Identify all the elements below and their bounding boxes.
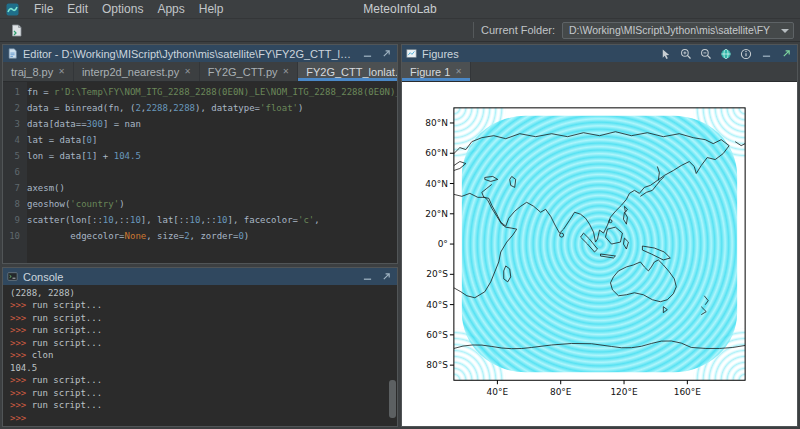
zoom-in-icon[interactable] bbox=[679, 47, 693, 60]
console-text: run script... bbox=[32, 338, 102, 348]
identify-info-icon[interactable] bbox=[739, 47, 753, 60]
y-tick-label: 20°N bbox=[425, 209, 448, 219]
menu-file[interactable]: File bbox=[27, 1, 60, 17]
console-text: run script... bbox=[32, 325, 102, 335]
code-line[interactable]: 3data[data==300] = nan bbox=[3, 116, 397, 132]
tab-close-icon[interactable]: ✕ bbox=[184, 68, 191, 76]
editor-tab-FY2G_CTT.py[interactable]: FY2G_CTT.py✕ bbox=[200, 62, 298, 81]
console-scrollbar[interactable] bbox=[388, 285, 396, 426]
figures-panel-header[interactable]: Figures bbox=[402, 45, 797, 62]
menu-options[interactable]: Options bbox=[95, 1, 150, 17]
current-folder-group: Current Folder: D:\Working\MIScript\Jyth… bbox=[473, 22, 794, 39]
code-line[interactable]: 7axesm() bbox=[3, 180, 397, 196]
editor-icon bbox=[7, 48, 18, 59]
console-line: >>> run script... bbox=[10, 299, 397, 312]
tab-label: traj_8.py bbox=[11, 66, 53, 78]
y-tick-label: 40°S bbox=[426, 300, 448, 310]
code-text: edgecolor=None, size=2, zorder=0) bbox=[27, 228, 249, 244]
line-number: 3 bbox=[3, 116, 27, 132]
code-line[interactable]: 6 bbox=[3, 164, 397, 180]
code-text: data = binread(fn, (2,2288,2288), dataty… bbox=[27, 100, 303, 116]
menu-items: FileEditOptionsAppsHelp bbox=[27, 1, 230, 17]
figure-1-tab[interactable]: Figure 1 ✕ bbox=[402, 62, 471, 81]
console-panel-header[interactable]: Console bbox=[3, 268, 397, 285]
editor-tab-FY2G_CTT_lonlat.py[interactable]: FY2G_CTT_lonlat.py✕ bbox=[298, 62, 397, 81]
editor-panel-title: Editor - D:\Working\MIScript\Jython\mis\… bbox=[23, 48, 355, 60]
line-number: 4 bbox=[3, 132, 27, 148]
editor-tab-traj_8.py[interactable]: traj_8.py✕ bbox=[3, 62, 74, 81]
figures-float-icon[interactable] bbox=[779, 47, 793, 60]
console-text: run script... bbox=[32, 388, 102, 398]
console-minimize-icon[interactable] bbox=[360, 270, 374, 283]
console-text: run script... bbox=[32, 375, 102, 385]
full-extent-globe-icon[interactable] bbox=[719, 47, 733, 60]
code-line[interactable]: 1fn = r'D:\Temp\FY\NOM_ITG_2288_2288(0E0… bbox=[3, 84, 397, 100]
code-line[interactable]: 4lat = data[0] bbox=[3, 132, 397, 148]
menu-edit[interactable]: Edit bbox=[60, 1, 95, 17]
toolbar-separator bbox=[473, 22, 474, 38]
code-text: fn = r'D:\Temp\FY\NOM_ITG_2288_2288(0E0N… bbox=[27, 84, 397, 100]
console-line: >>> run script... bbox=[10, 337, 397, 350]
code-line[interactable]: 2data = binread(fn, (2,2288,2288), datat… bbox=[3, 100, 397, 116]
tab-close-icon[interactable]: ✕ bbox=[283, 68, 290, 76]
code-area[interactable]: 1fn = r'D:\Temp\FY\NOM_ITG_2288_2288(0E0… bbox=[3, 82, 397, 263]
console-text: clon bbox=[32, 350, 54, 360]
console-prompt: >>> bbox=[10, 300, 32, 310]
window-title: MeteoInfoLab bbox=[363, 2, 436, 16]
main-toolbar: Current Folder: D:\Working\MIScript\Jyth… bbox=[0, 19, 800, 42]
y-tick-label: 80°S bbox=[426, 360, 448, 370]
console-scrollbar-thumb[interactable] bbox=[389, 380, 396, 418]
menu-apps[interactable]: Apps bbox=[150, 1, 191, 17]
console-panel: Console >>> lon.shape(2288, 2288)>>> run… bbox=[2, 267, 398, 427]
console-line: >>> run script... bbox=[10, 312, 397, 325]
console-text: run script... bbox=[32, 313, 102, 323]
x-tick-label: 40°E bbox=[487, 387, 509, 397]
console-line: 104.5 bbox=[10, 362, 397, 375]
open-script-button[interactable] bbox=[6, 21, 26, 40]
current-folder-combobox[interactable]: D:\Working\MIScript\Jython\mis\satellite… bbox=[562, 22, 794, 39]
tab-label: FY2G_CTT_lonlat.py bbox=[306, 66, 397, 78]
console-line: >>> run script... bbox=[10, 399, 397, 412]
code-line[interactable]: 5lon = data[1] + 104.5 bbox=[3, 148, 397, 164]
code-text: lat = data[0] bbox=[27, 132, 97, 148]
console-line: >>> run script... bbox=[10, 374, 397, 387]
line-number: 6 bbox=[3, 164, 27, 180]
console-prompt: >>> bbox=[10, 375, 32, 385]
figure-canvas[interactable]: 80°N60°N40°N20°N0°20°S40°S60°S80°S40°E80… bbox=[402, 82, 797, 426]
console-icon bbox=[7, 271, 18, 282]
menu-bar: FileEditOptionsAppsHelp MeteoInfoLab bbox=[0, 0, 800, 19]
tab-label: FY2G_CTT.py bbox=[208, 66, 278, 78]
line-number: 8 bbox=[3, 196, 27, 212]
code-text: geoshow('country') bbox=[27, 196, 125, 212]
console-float-icon[interactable] bbox=[379, 270, 393, 283]
console-output[interactable]: >>> lon.shape(2288, 2288)>>> run script.… bbox=[3, 285, 397, 426]
code-text: axesm() bbox=[27, 180, 65, 196]
console-text: run script... bbox=[32, 300, 102, 310]
menu-help[interactable]: Help bbox=[192, 1, 231, 17]
figures-panel: Figures bbox=[401, 44, 798, 427]
current-folder-label: Current Folder: bbox=[481, 24, 555, 36]
code-line[interactable]: 10 edgecolor=None, size=2, zorder=0) bbox=[3, 228, 397, 244]
map-plot[interactable]: 80°N60°N40°N20°N0°20°S40°S60°S80°S40°E80… bbox=[402, 82, 797, 426]
figures-tabbar: Figure 1 ✕ bbox=[402, 62, 797, 82]
editor-tab-interp2d_nearest.py[interactable]: interp2d_nearest.py✕ bbox=[74, 62, 200, 81]
code-line[interactable]: 8geoshow('country') bbox=[3, 196, 397, 212]
editor-minimize-icon[interactable] bbox=[360, 47, 374, 60]
pointer-icon[interactable] bbox=[659, 47, 673, 60]
editor-panel-header[interactable]: Editor - D:\Working\MIScript\Jython\mis\… bbox=[3, 45, 397, 62]
console-prompt: >>> bbox=[10, 338, 32, 348]
console-text: run script... bbox=[32, 400, 102, 410]
line-number: 9 bbox=[3, 212, 27, 228]
console-prompt: >>> bbox=[10, 413, 26, 423]
combo-dropdown-icon[interactable] bbox=[781, 29, 789, 33]
code-line[interactable]: 9scatter(lon[::10,::10], lat[::10,::10],… bbox=[3, 212, 397, 228]
editor-float-icon[interactable] bbox=[379, 47, 393, 60]
console-line: >>> run script... bbox=[10, 387, 397, 400]
zoom-out-icon[interactable] bbox=[699, 47, 713, 60]
y-tick-label: 40°N bbox=[425, 179, 448, 189]
figures-minimize-icon[interactable] bbox=[759, 47, 773, 60]
tab-close-icon[interactable]: ✕ bbox=[58, 68, 65, 76]
code-text: data[data==300] = nan bbox=[27, 116, 141, 132]
line-number: 1 bbox=[3, 84, 27, 100]
tab-close-icon[interactable]: ✕ bbox=[455, 68, 462, 76]
